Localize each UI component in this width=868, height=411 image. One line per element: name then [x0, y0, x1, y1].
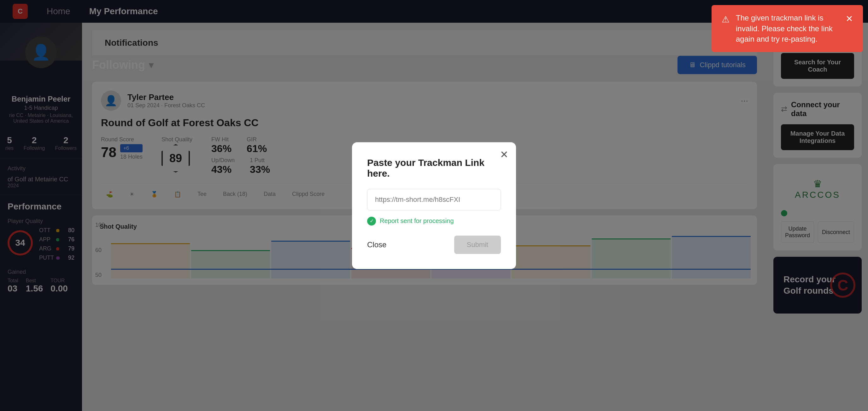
modal-success-text: Report sent for processing — [380, 217, 454, 225]
trackman-modal: Paste your Trackman Link here. ✕ ✓ Repor… — [352, 142, 516, 269]
toast-notification: ⚠ The given trackman link is invalid. Pl… — [712, 5, 863, 52]
trackman-link-input[interactable] — [367, 189, 501, 211]
modal-overlay: Paste your Trackman Link here. ✕ ✓ Repor… — [0, 0, 868, 411]
modal-close-button[interactable]: Close — [367, 240, 386, 249]
modal-close-x-button[interactable]: ✕ — [500, 149, 508, 161]
toast-message: The given trackman link is invalid. Plea… — [736, 12, 839, 44]
success-check-icon: ✓ — [367, 217, 376, 225]
modal-success-message: ✓ Report sent for processing — [367, 217, 501, 225]
modal-footer: Close Submit — [367, 235, 501, 254]
toast-close-button[interactable]: ✕ — [846, 12, 853, 25]
warning-icon: ⚠ — [722, 13, 730, 26]
modal-title: Paste your Trackman Link here. — [367, 157, 501, 179]
modal-submit-button[interactable]: Submit — [454, 235, 501, 254]
